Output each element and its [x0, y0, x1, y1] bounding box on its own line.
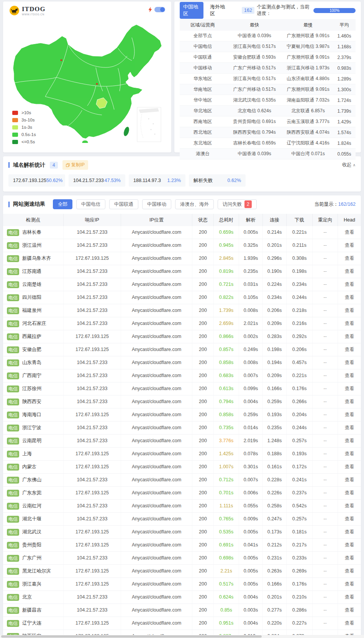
view-link[interactable]: 查看	[345, 464, 354, 469]
result-cell-connect: 0.209s	[263, 369, 287, 382]
result-cell-location: 电信陕西西安	[3, 395, 64, 408]
view-link[interactable]: 查看	[345, 334, 354, 339]
view-link[interactable]: 查看	[345, 308, 354, 313]
view-link[interactable]: 查看	[345, 243, 354, 248]
map-mode-toggle[interactable]	[154, 7, 165, 12]
view-link[interactable]: 查看	[345, 347, 354, 352]
result-cell-head: 查看	[338, 252, 361, 265]
region-cell-region: 华北地区	[180, 108, 226, 114]
view-link[interactable]: 查看	[345, 607, 354, 613]
map-legend: >10s3s-10s1s-3s0.5s-1s<=0.5s	[12, 108, 36, 144]
result-cell-resolve: 0.004s	[239, 591, 263, 604]
filter-button[interactable]: 中国联通	[109, 199, 138, 209]
result-cell-location: 电信西藏拉萨	[3, 330, 64, 343]
result-cell-redirect: --	[313, 291, 338, 304]
result-cell-download: 0.221s	[287, 369, 313, 382]
filter-button[interactable]: 全部	[53, 199, 72, 209]
result-cell-total-time: 0.659s	[214, 226, 239, 239]
region-cell-avg: 1.429s	[333, 119, 356, 125]
result-cell-location: 电信黑龙江哈尔滨	[3, 565, 64, 577]
result-cell-redirect: --	[313, 474, 338, 486]
results-title: 网站测速结果	[13, 201, 45, 208]
result-cell-download: 0.176s	[287, 382, 313, 395]
result-cell-total-time: 0.624s	[214, 591, 239, 604]
filter-button[interactable]: 港澳台、海外	[175, 199, 214, 209]
result-cell-download: 0.244s	[287, 291, 313, 304]
result-cell-total-time: 0.691s	[214, 539, 239, 551]
scrollbar-thumb[interactable]	[1, 635, 262, 638]
result-cell-download: 0.181s	[287, 526, 313, 538]
legend-swatch	[12, 125, 18, 130]
result-row: 电信江苏南通104.21.57.233Anycast/cloudflare.co…	[3, 265, 361, 278]
filter-button[interactable]: 中国电信	[76, 199, 105, 209]
current-display-value: 162/162	[338, 202, 356, 207]
result-cell-download: 0.210s	[287, 591, 313, 604]
result-cell-location: 电信湖北十堰	[3, 513, 64, 525]
view-link[interactable]: 查看	[345, 451, 354, 456]
view-link[interactable]: 查看	[345, 412, 354, 417]
view-link[interactable]: 查看	[345, 581, 354, 587]
view-link[interactable]: 查看	[345, 620, 354, 626]
view-link[interactable]: 查看	[345, 399, 354, 404]
result-cell-download: 0.286s	[287, 604, 313, 617]
filter-button[interactable]: 访问失败2	[218, 199, 257, 209]
view-link[interactable]: 查看	[345, 490, 354, 495]
view-link[interactable]: 查看	[345, 438, 354, 443]
dns-stat-box: 188.114.97.31.23%	[129, 174, 185, 187]
view-link[interactable]: 查看	[345, 386, 354, 391]
result-cell-location: 电信河北石家庄	[3, 317, 64, 330]
result-cell-download: 0.204s	[287, 408, 313, 421]
result-cell-ip: 172.67.193.125	[64, 252, 121, 265]
result-cell-redirect: --	[313, 330, 338, 343]
view-link[interactable]: 查看	[345, 230, 354, 235]
region-cell-fastest: 北京电信 0.624s	[226, 108, 283, 114]
dns-stat-box: 172.67.193.12550.62%	[8, 174, 65, 187]
view-link[interactable]: 查看	[345, 529, 354, 535]
carrier-badge: 电信	[7, 333, 19, 340]
result-cell-status: 200	[192, 474, 214, 486]
result-cell-resolve: 0.008s	[239, 356, 263, 369]
dns-count-badge: 4	[50, 162, 58, 169]
result-cell-connect: 0.214s	[263, 226, 287, 239]
result-cell-resolve: 0.041s	[239, 539, 263, 551]
view-link[interactable]: 查看	[345, 503, 354, 508]
result-row: 电信广西南宁104.21.57.233Anycast/cloudflare.co…	[3, 369, 361, 382]
dns-stat-value: 1.23%	[167, 178, 181, 183]
result-cell-status: 200	[192, 291, 214, 304]
view-link[interactable]: 查看	[345, 477, 354, 482]
dns-stat-name: 解析失败	[193, 177, 213, 184]
view-link[interactable]: 查看	[345, 295, 354, 300]
view-link[interactable]: 查看	[345, 269, 354, 274]
result-cell-head: 查看	[338, 304, 361, 317]
view-link[interactable]: 查看	[345, 321, 354, 326]
location-name: 福建泉州	[22, 308, 41, 313]
view-link[interactable]: 查看	[345, 425, 354, 430]
region-cell-avg: 1.574s	[333, 130, 356, 135]
result-cell-location: 电信贵州贵阳	[3, 539, 64, 551]
view-link[interactable]: 查看	[345, 256, 354, 261]
filter-button[interactable]: 中国移动	[142, 199, 171, 209]
view-link[interactable]: 查看	[345, 555, 354, 561]
view-link[interactable]: 查看	[345, 516, 354, 522]
tab-china-region[interactable]: 中国地区	[180, 2, 203, 19]
result-cell-download: 0.542s	[287, 500, 313, 512]
result-cell-ip-location: Anycast/cloudflare.com	[121, 265, 192, 278]
result-cell-head: 查看	[338, 408, 361, 421]
collapse-button[interactable]: 收起 ∧	[342, 162, 356, 168]
result-cell-resolve: 0.078s	[239, 448, 263, 460]
view-link[interactable]: 查看	[345, 542, 354, 548]
carrier-badge: 电信	[7, 268, 19, 275]
view-link[interactable]: 查看	[345, 282, 354, 287]
copy-ip-button[interactable]: 复制IP	[62, 160, 88, 170]
result-cell-head: 查看	[338, 422, 361, 434]
legend-item: <=0.5s	[12, 139, 36, 144]
location-name: 云南昆明	[22, 438, 41, 443]
legend-swatch	[12, 133, 18, 137]
view-link[interactable]: 查看	[345, 568, 354, 574]
view-link[interactable]: 查看	[345, 360, 354, 365]
result-cell-ip-location: Anycast/cloudflare.com	[121, 578, 192, 590]
view-link[interactable]: 查看	[345, 373, 354, 378]
view-link[interactable]: 查看	[345, 594, 354, 600]
tab-overseas-region[interactable]: 海外地区	[207, 2, 230, 19]
region-cell-fastest: 中国香港 0.039s	[226, 151, 283, 157]
